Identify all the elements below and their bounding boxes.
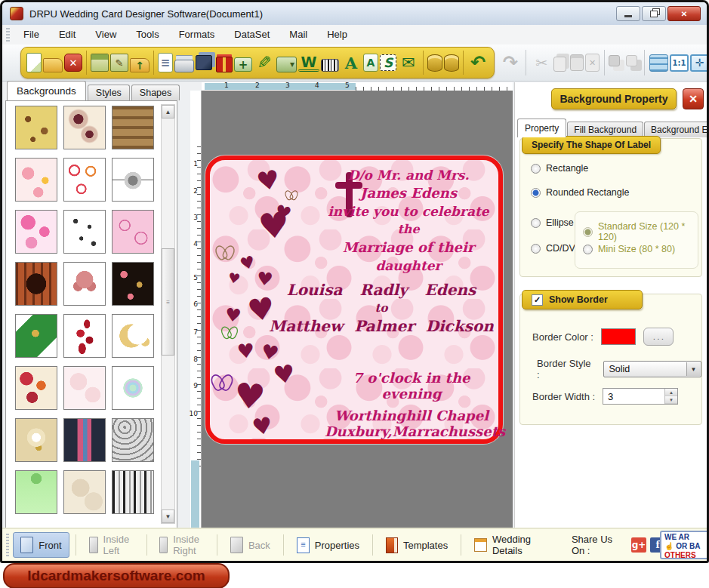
spin-down-icon[interactable]: ▼ [665, 396, 677, 404]
left-panel-tab[interactable]: Styles [88, 85, 130, 100]
bg-thumb-heart-outlines[interactable] [63, 158, 106, 202]
bg-thumb-elephant[interactable] [63, 262, 106, 306]
bg-thumb-rose-petals[interactable] [63, 314, 106, 358]
radio-label[interactable]: Rectangle [546, 163, 588, 174]
bg-thumb-bw-lace-stripes[interactable] [112, 470, 154, 514]
notes-icon[interactable]: ≡ [158, 53, 173, 72]
bg-thumb-brown-lattice[interactable] [112, 106, 154, 149]
copies-icon[interactable] [196, 55, 212, 70]
bg-thumb-pale-pink-texture[interactable] [63, 366, 106, 410]
border-width-input[interactable]: 3 ▲ ▼ [603, 388, 678, 405]
property-tab[interactable]: Property [517, 119, 566, 137]
import-design-icon[interactable]: ↑ [130, 58, 150, 72]
bg-thumb-paisley[interactable] [63, 106, 106, 149]
bg-thumb-palanquin[interactable] [112, 158, 154, 202]
scroll-down-icon[interactable]: ▼ [162, 509, 174, 523]
bg-thumb-navy-floral-strip[interactable] [63, 418, 106, 462]
save-icon[interactable] [91, 54, 109, 72]
mail-icon[interactable]: ✉ [398, 52, 419, 73]
spin-up-icon[interactable]: ▲ [665, 389, 677, 396]
database-icon[interactable] [427, 54, 442, 72]
scrollbar-thumb[interactable]: ≡ [162, 248, 174, 356]
radio-label[interactable]: Standard Size (120 * 120) [598, 221, 698, 242]
menu-item[interactable]: View [85, 25, 126, 45]
undo-icon[interactable]: ↶ [467, 52, 489, 73]
cut-icon[interactable]: ✂ [531, 52, 552, 73]
bg-thumb-pink-hearts[interactable] [15, 210, 57, 254]
radio-button[interactable] [531, 244, 541, 254]
panel-close-button[interactable]: ✕ [683, 88, 704, 109]
redo-icon[interactable]: ↷ [500, 52, 521, 73]
templates-button[interactable]: Templates [379, 534, 455, 557]
barcode-icon[interactable] [321, 59, 339, 72]
wedding-card[interactable]: ♥♥♥♥♥♥♥♥♥♥♥♥♥ D/o Mr. and Mrs.James Eden… [205, 155, 503, 444]
text-document-icon[interactable]: A [363, 54, 378, 72]
pen-icon[interactable]: ✎ [254, 52, 275, 73]
bg-thumb-black-floral[interactable] [112, 262, 154, 306]
database-export-icon[interactable] [444, 54, 459, 72]
menu-item[interactable]: Edit [49, 25, 85, 45]
menu-item[interactable]: DataSet [224, 25, 279, 45]
page-side-tab[interactable]: Inside Right [153, 530, 211, 560]
delete-icon[interactable]: ✕ [585, 54, 600, 72]
wedding-details-button[interactable]: Wedding Details [467, 530, 558, 560]
radio-button[interactable] [531, 164, 541, 174]
zoom-one-to-one-icon[interactable]: 1:1 [670, 54, 689, 72]
radio-button[interactable] [583, 227, 593, 237]
bg-thumb-hearts-collage[interactable] [15, 366, 57, 410]
send-to-back-icon[interactable] [626, 55, 637, 66]
save-as-icon[interactable]: ✎ [110, 54, 128, 72]
radio-button[interactable] [531, 188, 541, 198]
close-button[interactable]: ✕ [667, 6, 701, 21]
copy-icon[interactable] [553, 57, 566, 72]
border-color-browse-button[interactable]: . . . [643, 328, 674, 346]
bg-thumb-wedding-couples[interactable] [63, 210, 106, 254]
watermark-icon[interactable]: W [298, 54, 319, 72]
bg-thumb-green-leaf[interactable] [15, 314, 57, 358]
website-watermark[interactable]: Idcardmakersoftware.com [3, 563, 230, 588]
bg-thumb-pink-flowers[interactable] [15, 158, 57, 202]
border-style-select[interactable]: Solid ▼ [603, 361, 701, 377]
google-plus-icon[interactable]: g+ [631, 537, 646, 553]
bg-thumb-gray-lace[interactable] [112, 418, 154, 462]
promo-badge[interactable]: WE AR☝ OR BAOTHERS [660, 531, 709, 559]
left-panel-tab[interactable]: Shapes [131, 85, 180, 100]
backgrounds-scrollbar[interactable]: ▲ ≡ ▼ [161, 104, 175, 524]
menu-item[interactable]: Mail [279, 25, 317, 45]
bg-thumb-moon-star[interactable] [112, 314, 154, 358]
bg-thumb-mandala[interactable] [112, 366, 154, 410]
menu-item[interactable]: Formats [169, 25, 225, 45]
menu-item[interactable]: File [14, 25, 49, 45]
menu-item[interactable]: Help [317, 25, 357, 45]
bg-thumb-ganesh-orange[interactable] [15, 262, 57, 306]
radio-label[interactable]: Rounded Rectangle [546, 187, 630, 198]
fit-to-page-icon[interactable]: ✛ [690, 54, 709, 72]
radio-label[interactable]: Ellipse [546, 217, 574, 228]
bg-thumb-beige-texture[interactable] [63, 470, 106, 514]
add-image-icon[interactable]: + [234, 57, 252, 72]
border-width-spinner[interactable]: ▲ ▼ [664, 389, 677, 404]
property-tab[interactable]: Background Effects [644, 122, 709, 137]
left-panel-tab[interactable]: Backgrounds [7, 81, 86, 100]
minimize-button[interactable] [616, 6, 640, 21]
bg-thumb-yellow-floral[interactable] [15, 106, 57, 149]
open-file-icon[interactable] [43, 58, 63, 72]
bg-thumb-cream-rose-rings[interactable] [15, 418, 57, 462]
paste-icon[interactable] [570, 54, 584, 71]
print-icon[interactable] [174, 60, 194, 72]
border-color-swatch[interactable] [601, 328, 636, 345]
menu-item[interactable]: Tools [126, 25, 168, 45]
page-side-tab[interactable]: Front [13, 532, 69, 558]
property-tab[interactable]: Fill Background [567, 122, 643, 137]
grid-icon[interactable] [649, 54, 668, 72]
page-side-tab[interactable]: Inside Left [82, 530, 140, 560]
chevron-down-icon[interactable]: ▼ [686, 362, 700, 376]
page-side-tab[interactable]: Back [223, 533, 277, 557]
bg-thumb-pink-swirls[interactable] [112, 210, 154, 254]
radio-button[interactable] [531, 218, 541, 228]
close-document-icon[interactable]: ✕ [64, 54, 82, 72]
scroll-up-icon[interactable]: ▲ [162, 105, 174, 119]
restore-button[interactable] [642, 6, 666, 21]
properties-button[interactable]: ≡ Properties [290, 534, 366, 557]
style-selection-icon[interactable]: S [380, 54, 396, 71]
